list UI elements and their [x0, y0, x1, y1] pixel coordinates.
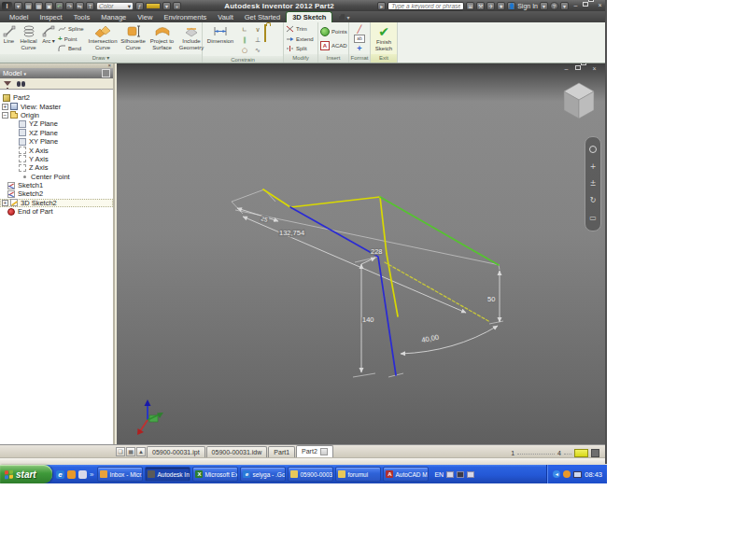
panel-options-icon[interactable]: [102, 69, 110, 77]
dim-40-text[interactable]: 40,00: [421, 333, 440, 344]
help-dropdown-icon[interactable]: ▾: [560, 2, 569, 10]
window-close-button[interactable]: ×: [595, 2, 605, 10]
tab-3d-sketch[interactable]: 3D Sketch: [286, 11, 332, 22]
acad-button[interactable]: A ACAD: [320, 41, 348, 50]
text-format-icon[interactable]: ab: [354, 35, 365, 43]
tab-vault[interactable]: Vault: [212, 12, 239, 22]
filter-icon[interactable]: [4, 81, 11, 86]
search-scope-icon[interactable]: ⊞: [466, 2, 474, 10]
draw-group-label[interactable]: Draw ▾: [0, 54, 202, 63]
sketch-canvas[interactable]: 25 132,754 228 140 50 40,00: [117, 63, 607, 444]
tree-item-sketch1[interactable]: Sketch1: [0, 181, 113, 189]
doc-tab-part1[interactable]: Part1: [268, 446, 295, 457]
task-autodesk-inventor[interactable]: Autodesk In...: [145, 467, 190, 482]
expand-icon[interactable]: +: [2, 104, 8, 110]
cascade-windows-icon[interactable]: ❏: [116, 447, 125, 456]
bend-button[interactable]: Bend: [58, 44, 86, 53]
redo-icon[interactable]: ↷: [65, 2, 74, 10]
material-swatch-icon[interactable]: [146, 3, 161, 9]
wrench-icon[interactable]: ⚒: [476, 2, 485, 10]
tab-environments[interactable]: Environments: [158, 12, 212, 22]
sketch-line-green[interactable]: [380, 197, 499, 265]
clock[interactable]: 08:43: [585, 470, 602, 479]
points-button[interactable]: Points: [320, 27, 348, 36]
line-color-icon[interactable]: ╱: [358, 25, 362, 34]
signin-dropdown-icon[interactable]: ▾: [540, 2, 548, 10]
task-microsoft-excel[interactable]: X Microsoft Ex...: [192, 467, 238, 482]
quick-launch-more-icon[interactable]: »: [90, 470, 93, 479]
dim-25-text[interactable]: 25: [261, 215, 269, 223]
format-group-label[interactable]: Format: [349, 54, 370, 63]
pen-input-icon[interactable]: [446, 471, 454, 478]
tile-windows-icon[interactable]: ▦: [126, 447, 135, 456]
task-selyga-browser[interactable]: e selyga - .Go...: [240, 467, 286, 482]
keyboard-input-icon[interactable]: [467, 471, 474, 478]
add-format-icon[interactable]: +: [357, 45, 361, 53]
tab-inspect[interactable]: Inspect: [34, 12, 67, 22]
tab-tools[interactable]: Tools: [68, 12, 96, 22]
show-desktop-icon[interactable]: [78, 470, 87, 479]
smooth-constraint-icon[interactable]: ∿: [251, 46, 264, 56]
dimension-button[interactable]: Dimension: [204, 23, 237, 56]
doc-minimize-button[interactable]: –: [561, 65, 571, 74]
monitor-input-icon[interactable]: [457, 471, 464, 478]
open-icon[interactable]: ▦: [35, 2, 43, 10]
graphics-viewport[interactable]: – ×: [117, 63, 607, 444]
tree-item-center-point[interactable]: Center Point: [0, 173, 113, 181]
hide-icons-chevron-icon[interactable]: ◂: [553, 470, 560, 478]
tab-manage[interactable]: Manage: [95, 12, 132, 22]
doc-tab-idw[interactable]: 05900-00031.idw: [206, 446, 268, 457]
orbit-icon[interactable]: ↻: [590, 196, 597, 204]
arc-button[interactable]: Arc ▾: [40, 23, 57, 54]
zoom-icon[interactable]: ±: [590, 179, 597, 188]
coincident-constraint-icon[interactable]: ∟: [238, 25, 251, 35]
tangent-constraint-icon[interactable]: ○: [238, 46, 251, 56]
parallel-constraint-icon[interactable]: ∥: [238, 35, 251, 46]
tree-item-y-axis[interactable]: Y Axis: [0, 155, 113, 163]
text-style-icon[interactable]: T: [86, 2, 94, 10]
equal-constraint-icon[interactable]: ∨: [251, 25, 264, 35]
tree-item-view-master[interactable]: + View: Master: [0, 102, 113, 110]
constrain-group-label[interactable]: Constrain: [203, 56, 283, 63]
finish-sketch-button[interactable]: ✔ Finish Sketch: [372, 23, 396, 54]
tree-item-part2[interactable]: Part2: [0, 93, 113, 102]
ribbon-display-toggle-icon[interactable]: ⬛ ▾: [338, 14, 349, 22]
intersection-curve-button[interactable]: Intersection Curve: [87, 23, 119, 54]
language-indicator[interactable]: EN: [434, 471, 444, 478]
spline-button[interactable]: Spline: [58, 24, 86, 34]
tree-item-xy-plane[interactable]: XY Plane: [0, 137, 113, 146]
pan-icon[interactable]: +: [590, 162, 597, 171]
color-override-combo[interactable]: Color ▾: [96, 2, 134, 10]
window-restore-button[interactable]: [583, 2, 593, 10]
return-icon[interactable]: ⇆: [76, 2, 84, 10]
sign-in-link[interactable]: Sign In: [517, 3, 538, 9]
save-icon[interactable]: ▣: [45, 2, 53, 10]
internet-explorer-icon[interactable]: e: [56, 470, 64, 479]
point-button[interactable]: + Point: [58, 35, 86, 44]
dim-140-text[interactable]: 140: [362, 315, 374, 324]
browser-header[interactable]: Model ▾: [0, 68, 113, 78]
new-file-icon[interactable]: ▤: [24, 2, 33, 10]
split-button[interactable]: Split: [286, 44, 317, 53]
sketch-line-yellow-1[interactable]: [263, 189, 290, 207]
dim-132-text[interactable]: 132,754: [279, 229, 304, 237]
project-to-surface-button[interactable]: Project to Surface: [148, 23, 176, 54]
network-tray-icon[interactable]: [573, 471, 582, 478]
tab-model[interactable]: Model: [4, 12, 34, 22]
doc-restore-button[interactable]: [575, 65, 585, 74]
line-button[interactable]: Line: [1, 23, 17, 54]
sketch-line-yellow-3[interactable]: [380, 197, 398, 316]
doc-close-button[interactable]: ×: [589, 65, 599, 74]
tree-item-3d-sketch2[interactable]: + 3D Sketch2: [0, 199, 113, 207]
search-input[interactable]: [388, 2, 464, 10]
tree-item-sketch2[interactable]: Sketch2: [0, 189, 113, 198]
extend-button[interactable]: Extend: [286, 35, 317, 44]
swatch-dropdown-icon[interactable]: ▾: [162, 2, 171, 10]
communication-icon[interactable]: ✈: [486, 2, 495, 10]
collapse-tabbar-icon[interactable]: ▲: [136, 447, 146, 456]
doc-tab-part2[interactable]: Part2: [296, 445, 333, 457]
insert-group-label[interactable]: Insert: [318, 54, 348, 63]
help-icon[interactable]: ?: [550, 2, 558, 10]
panel-close-icon[interactable]: ×: [107, 63, 111, 68]
add-qat-icon[interactable]: +: [173, 2, 181, 10]
